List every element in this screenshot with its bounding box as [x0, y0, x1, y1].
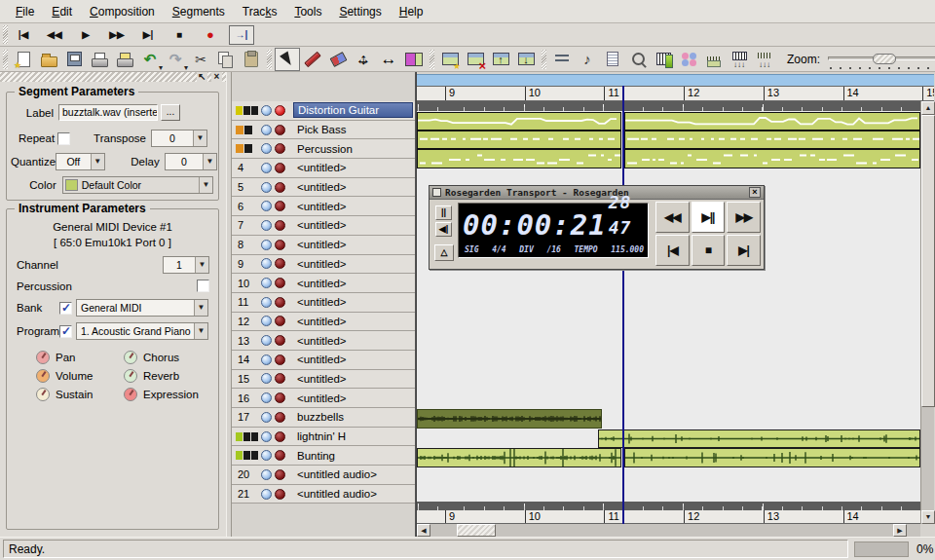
fast-forward-button[interactable]: ▶▶ [727, 202, 761, 233]
close-dock-icon[interactable]: × [211, 72, 222, 83]
record-led[interactable] [275, 201, 285, 211]
manage-audio-segments-button[interactable] [701, 48, 727, 71]
resize-button[interactable] [376, 48, 401, 71]
track-label[interactable]: <untitled> [293, 392, 413, 405]
volume-knob[interactable] [36, 369, 50, 383]
program-checkbox[interactable] [59, 325, 72, 338]
quantize-button[interactable] [625, 48, 651, 71]
vertical-scrollbar-thumb[interactable] [921, 115, 935, 407]
scroll-left-icon[interactable]: ◀ [417, 524, 430, 537]
mute-led[interactable] [261, 335, 272, 346]
track-label[interactable]: <untitled> [293, 180, 413, 194]
mute-led[interactable] [261, 143, 272, 154]
percussion-checkbox[interactable] [197, 280, 209, 292]
delay-dropdown[interactable]: 0 ▼ [165, 153, 217, 170]
transport-title-bar[interactable]: Rosegarden Transport - Rosegarden × [430, 186, 764, 200]
track-row[interactable]: lightnin' H [232, 428, 415, 447]
track-label[interactable]: <untitled> [293, 200, 413, 213]
color-dropdown[interactable]: Default Color ▼ [62, 176, 213, 194]
dock-header[interactable]: ↖ × [0, 72, 226, 82]
record-led[interactable] [275, 143, 285, 154]
playback-position-pointer[interactable] [622, 86, 624, 524]
save-file-button[interactable] [61, 48, 87, 71]
fast-forward-button[interactable]: ▶▶ [104, 25, 130, 45]
record-led[interactable] [275, 335, 285, 346]
track-row[interactable]: 5<untitled> [232, 178, 415, 198]
chevron-down-icon[interactable]: ▼ [203, 154, 216, 169]
record-led[interactable] [275, 105, 285, 116]
toolbar-drag-handle[interactable] [3, 50, 8, 69]
channel-dropdown[interactable]: 1 ▼ [163, 256, 209, 274]
program-dropdown[interactable]: 1. Acoustic Grand Piano ▼ [76, 322, 208, 340]
reverb-knob[interactable] [124, 369, 137, 383]
add-track-button[interactable] [437, 48, 463, 71]
mute-led[interactable] [261, 392, 272, 403]
fast-forward-to-end-button[interactable]: ▶| [727, 235, 761, 266]
segment-lightnin-audio[interactable] [598, 429, 920, 448]
track-label[interactable]: <untitled> [293, 295, 413, 309]
bank-dropdown[interactable]: General MIDI ▼ [76, 299, 208, 317]
track-label[interactable]: <untitled audio> [293, 487, 413, 501]
toolbar-drag-handle[interactable] [3, 25, 8, 44]
track-row[interactable]: Bunting [232, 446, 415, 466]
open-in-notation-editor-button[interactable] [575, 48, 600, 71]
track-row[interactable]: 15<untitled> [232, 370, 415, 390]
chevron-down-icon[interactable]: ▼ [193, 131, 206, 146]
menu-segments[interactable]: Segments [165, 2, 233, 21]
move-track-up-button[interactable] [488, 48, 513, 71]
track-label[interactable]: lightnin' H [293, 429, 413, 443]
transpose-dropdown[interactable]: 0 ▼ [151, 130, 207, 147]
fast-forward-to-end-button[interactable]: ▶| [135, 25, 161, 45]
delete-track-button[interactable] [463, 48, 488, 71]
track-row[interactable]: 8<untitled> [232, 236, 415, 255]
track-row[interactable]: 7<untitled> [232, 216, 415, 236]
mute-led[interactable] [261, 373, 272, 384]
print-preview-button[interactable] [112, 48, 137, 71]
bank-checkbox[interactable] [59, 302, 72, 315]
track-label[interactable]: <untitled> [293, 238, 413, 251]
pan-knob[interactable] [36, 351, 50, 364]
record-led[interactable] [275, 431, 285, 442]
open-in-percussion-matrix-editor-button[interactable] [676, 48, 701, 71]
split-button[interactable] [401, 48, 427, 71]
open-in-default-editor-button[interactable] [549, 48, 575, 71]
track-label[interactable]: <untitled> [293, 372, 413, 386]
segment-percussion[interactable] [624, 149, 920, 168]
segment-label-field[interactable]: buzztalk.wav (inserte [58, 104, 158, 121]
track-row[interactable]: Distortion Guitar [232, 101, 415, 121]
menu-settings[interactable]: Settings [331, 2, 389, 21]
record-led[interactable] [275, 489, 285, 500]
track-label[interactable]: Distortion Guitar [293, 102, 413, 118]
record-led[interactable] [275, 316, 285, 326]
record-led[interactable] [275, 392, 285, 403]
track-label[interactable]: Percussion [293, 142, 413, 156]
segment-bunting-audio[interactable] [624, 448, 920, 467]
new-file-button[interactable] [11, 48, 36, 71]
move-button[interactable] [351, 48, 376, 71]
mute-led[interactable] [261, 105, 272, 116]
mute-led[interactable] [261, 258, 272, 269]
scroll-down-icon[interactable]: ▼ [921, 510, 935, 524]
open-file-button[interactable] [36, 48, 61, 71]
track-row[interactable]: 21<untitled audio> [232, 485, 415, 504]
menu-composition[interactable]: Composition [82, 2, 163, 21]
track-row[interactable]: 16<untitled> [232, 389, 415, 408]
chorus-knob[interactable] [124, 351, 137, 364]
chevron-down-icon[interactable]: ▼ [194, 323, 207, 339]
mute-led[interactable] [261, 125, 272, 135]
track-row[interactable]: 4<untitled> [232, 159, 415, 178]
rewind-button[interactable]: ◀◀ [42, 25, 67, 45]
move-track-down-button[interactable] [513, 48, 539, 71]
stop-button[interactable]: ■ [692, 235, 726, 266]
vertical-scrollbar[interactable]: ▲ ▼ [920, 101, 934, 524]
record-led[interactable] [275, 355, 285, 365]
play-button[interactable]: ▶ [73, 25, 98, 45]
draw-button[interactable] [300, 48, 325, 71]
track-row[interactable]: Percussion [232, 139, 415, 159]
record-led[interactable] [275, 450, 285, 461]
track-label[interactable]: <untitled> [293, 257, 413, 271]
segment-area[interactable] [417, 111, 920, 502]
record-led[interactable] [275, 258, 285, 269]
track-label[interactable]: <untitled> [293, 334, 413, 348]
erase-button[interactable] [325, 48, 351, 71]
